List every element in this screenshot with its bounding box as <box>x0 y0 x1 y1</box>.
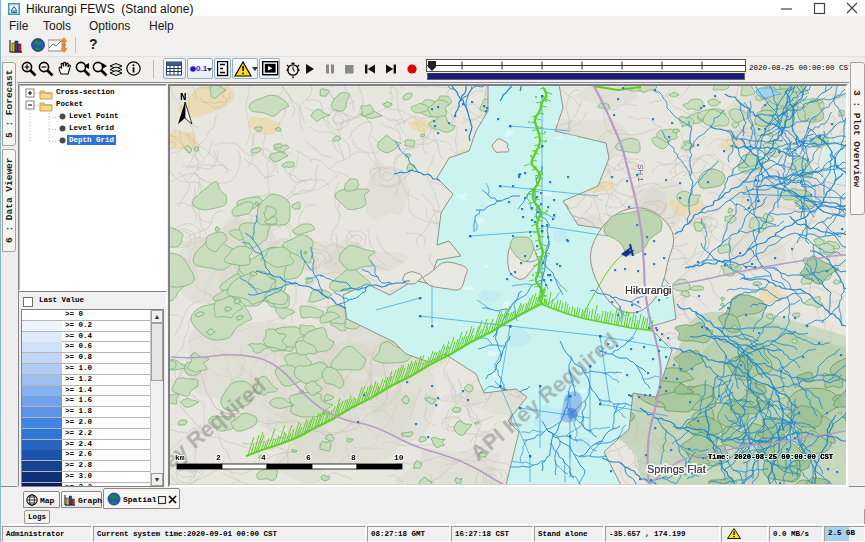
svg-text:Hikurangi: Hikurangi <box>625 284 671 296</box>
svg-text:10: 10 <box>394 453 404 462</box>
svg-text:Springs Flat: Springs Flat <box>647 463 706 475</box>
svg-text:6: 6 <box>306 453 311 462</box>
svg-text:km: km <box>175 453 185 462</box>
svg-text:2: 2 <box>216 453 221 462</box>
svg-text:Time: 2020-08-25 00:00:00 CST: Time: 2020-08-25 00:00:00 CST <box>708 453 834 461</box>
svg-text:N: N <box>180 91 187 103</box>
svg-text:SH 1: SH 1 <box>636 164 645 182</box>
svg-text:4: 4 <box>261 453 266 462</box>
svg-text:8: 8 <box>351 453 356 462</box>
